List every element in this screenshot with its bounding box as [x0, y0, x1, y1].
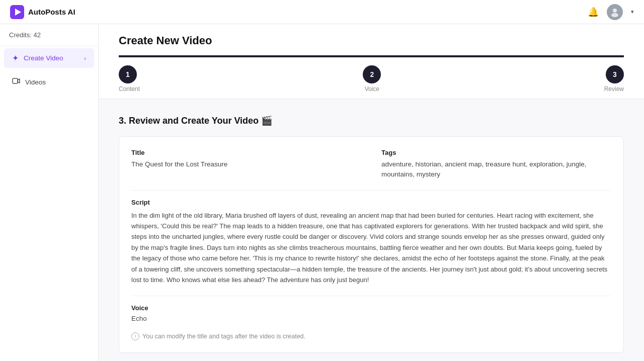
sidebar-item-create-video-label: Create Video: [24, 54, 63, 62]
title-value: The Quest for the Lost Treasure: [131, 159, 361, 169]
credits-label: Credits: 42: [0, 24, 98, 46]
step-2-label: Voice: [365, 85, 379, 93]
info-icon: i: [131, 332, 139, 340]
svg-point-2: [613, 9, 617, 13]
chevron-right-icon: ›: [84, 55, 86, 61]
topbar: AutoPosts AI 🔔 ▾: [0, 0, 644, 24]
step-1: 1 Content: [119, 65, 140, 93]
body: Credits: 42 ✦ Create Video › Videos Crea…: [0, 24, 644, 361]
avatar[interactable]: [607, 4, 623, 20]
voice-section: Voice Echo: [131, 304, 611, 322]
title-label: Title: [131, 149, 361, 156]
app-title: AutoPosts AI: [28, 8, 75, 16]
step-2-circle: 2: [363, 65, 381, 83]
step-3: 3 Review: [604, 65, 624, 93]
tags-field: Tags adventure, historian, ancient map, …: [381, 149, 611, 180]
sidebar-item-videos-label: Videos: [25, 78, 46, 86]
voice-label: Voice: [131, 304, 611, 312]
avatar-caret-icon[interactable]: ▾: [631, 9, 634, 15]
topbar-right: 🔔 ▾: [588, 4, 634, 20]
step-3-label: Review: [604, 85, 624, 93]
svg-rect-4: [13, 78, 18, 83]
sidebar-item-create-video[interactable]: ✦ Create Video ›: [4, 48, 94, 68]
divider-1: [131, 190, 611, 191]
step-1-circle: 1: [119, 65, 137, 83]
app-container: AutoPosts AI 🔔 ▾ Credits: 42 ✦ Create Vi…: [0, 0, 644, 361]
sidebar-item-videos[interactable]: Videos: [4, 72, 94, 92]
script-section: Script In the dim light of the old libra…: [131, 199, 611, 286]
section-title: 3. Review and Create Your Video 🎬: [119, 115, 624, 126]
create-video-icon: ✦: [12, 53, 19, 63]
voice-value: Echo: [131, 315, 611, 322]
script-text: In the dim light of the old library, Mar…: [131, 210, 611, 286]
divider-2: [131, 296, 611, 296]
step-1-label: Content: [119, 85, 140, 93]
step-3-circle: 3: [606, 65, 624, 83]
topbar-left: AutoPosts AI: [10, 5, 75, 19]
app-logo: [10, 5, 24, 19]
content-area: 3. Review and Create Your Video 🎬 Title …: [99, 99, 644, 361]
stepper-inner: 1 Content 2 Voice 3 Review: [119, 65, 624, 93]
review-card: Title The Quest for the Lost Treasure Ta…: [119, 136, 624, 353]
sidebar: Credits: 42 ✦ Create Video › Videos: [0, 24, 99, 361]
notification-bell-icon[interactable]: 🔔: [588, 7, 599, 18]
main-content: Create New Video 1 Content 2 Voice: [99, 24, 644, 361]
step-2: 2 Voice: [363, 65, 381, 93]
title-tags-row: Title The Quest for the Lost Treasure Ta…: [131, 149, 611, 180]
main-header: Create New Video: [99, 24, 644, 57]
svg-point-3: [611, 13, 618, 17]
page-title: Create New Video: [119, 34, 624, 55]
videos-icon: [12, 77, 20, 87]
info-note: i You can modify the title and tags afte…: [131, 332, 611, 340]
stepper: 1 Content 2 Voice 3 Review: [99, 57, 644, 99]
tags-value: adventure, historian, ancient map, treas…: [381, 159, 611, 180]
script-label: Script: [131, 199, 611, 206]
tags-label: Tags: [381, 149, 611, 156]
info-note-text: You can modify the title and tags after …: [142, 333, 305, 340]
title-field: Title The Quest for the Lost Treasure: [131, 149, 361, 180]
